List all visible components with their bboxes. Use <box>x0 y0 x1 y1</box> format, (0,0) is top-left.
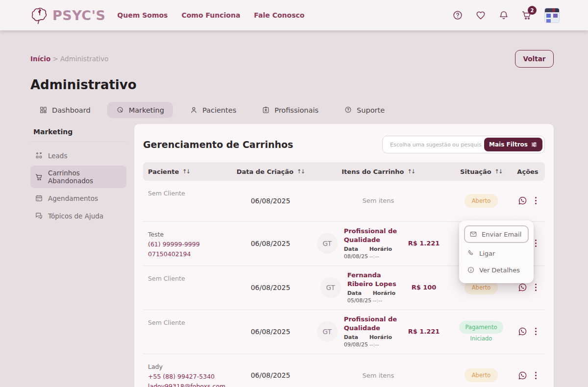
brand-logo[interactable]: PSYC'S <box>28 4 105 26</box>
help-icon[interactable] <box>452 10 463 21</box>
whatsapp-icon[interactable] <box>518 327 527 336</box>
whatsapp-icon[interactable] <box>518 371 527 380</box>
actions-cell <box>511 196 545 205</box>
filters-sliders-icon <box>531 141 538 148</box>
sort-icon[interactable]: ↑↓ <box>495 168 502 175</box>
sidebar-item-leads[interactable]: Leads <box>30 148 126 163</box>
client-contact: (61) 99999-9999 <box>148 240 236 249</box>
header-actions: 2 <box>452 8 560 23</box>
menu-item-ligar[interactable]: Ligar <box>464 245 529 262</box>
client-name: Lady <box>148 362 236 372</box>
table-row: Lady+55 (88) 99427-5340ladoy99318@foboxs… <box>143 354 545 387</box>
menu-item-ver-detalhes[interactable]: Ver Detalhes <box>464 262 529 278</box>
client-cell: Sem Cliente <box>143 315 236 328</box>
tab-label: Marketing <box>129 106 164 114</box>
client-name: Sem Cliente <box>148 189 236 198</box>
more-actions-icon[interactable] <box>534 371 538 380</box>
nav-link-quem-somos[interactable]: Quem Somos <box>117 11 168 19</box>
tab-dashboard[interactable]: Dashboard <box>30 102 99 118</box>
tab-label: Dashboard <box>52 106 91 114</box>
empty-items-label: Sem itens <box>363 197 394 204</box>
carts-panel: Gerenciamento de Carrinhos Mais Filtros … <box>134 124 554 387</box>
column-header-paciente: Paciente↑↓ <box>143 168 236 175</box>
breadcrumb: Início > Administrativo <box>30 55 108 63</box>
status-badge: Aberto <box>465 194 498 208</box>
tab-suporte[interactable]: Suporte <box>335 102 393 118</box>
creation-date-cell: 06/08/2025 <box>236 197 305 205</box>
column-header-acoes: Ações <box>511 168 545 175</box>
item-time-label: Horário <box>369 246 392 252</box>
breadcrumb-separator: > <box>52 55 58 63</box>
column-header-situacao: Situação↑↓ <box>452 168 511 175</box>
status-cell: Aberto <box>452 368 511 382</box>
cart-count-badge: 2 <box>528 6 537 15</box>
creation-date-cell: 06/08/2025 <box>236 371 305 379</box>
section-tabs: DashboardMarketingPacientesProfissionais… <box>30 102 554 118</box>
tab-label: Suporte <box>357 106 385 114</box>
whatsapp-icon[interactable] <box>518 283 527 292</box>
more-filters-button[interactable]: Mais Filtros <box>484 138 542 151</box>
creation-date-cell: 06/08/2025 <box>236 240 305 247</box>
sidebar-item-label: Leads <box>48 152 67 160</box>
menu-item-enviar-email[interactable]: Enviar Email <box>464 225 529 243</box>
nav-link-como-funciona[interactable]: Como Funciona <box>181 11 240 19</box>
more-actions-icon[interactable] <box>534 327 538 336</box>
sidebar-title: Marketing <box>30 126 126 142</box>
sidebar-item-label: Agendamentos <box>48 194 98 202</box>
item-time-label: Horário <box>369 334 392 340</box>
more-actions-icon[interactable] <box>534 239 538 248</box>
item-price: R$ 1.221 <box>408 328 440 335</box>
person-icon <box>190 106 198 114</box>
empty-items-label: Sem itens <box>363 372 394 379</box>
item-avatar: GT <box>317 321 338 342</box>
cart-icon[interactable]: 2 <box>521 10 532 21</box>
actions-cell <box>511 283 545 292</box>
table-body: Sem Cliente06/08/2025Sem itensAbertoTest… <box>143 181 545 387</box>
whatsapp-icon[interactable] <box>518 196 527 205</box>
sidebar-item-topicos-de-ajuda[interactable]: Tópicos de Ajuda <box>30 208 126 223</box>
sidebar-item-agendamentos[interactable]: Agendamentos <box>30 191 126 206</box>
email-icon <box>469 230 477 238</box>
sort-icon[interactable]: ↑↓ <box>407 168 415 175</box>
notifications-bell-icon[interactable] <box>498 10 509 21</box>
client-cell: Sem Cliente <box>143 271 236 284</box>
table-header: Paciente↑↓Data de Criação↑↓Itens do Carr… <box>143 162 545 181</box>
breadcrumb-home[interactable]: Início <box>30 55 50 63</box>
panel-title: Gerenciamento de Carrinhos <box>143 139 293 150</box>
more-actions-icon[interactable] <box>534 196 538 205</box>
more-actions-icon[interactable] <box>534 283 538 292</box>
tab-pacientes[interactable]: Pacientes <box>181 102 245 118</box>
status-cell: PagamentoIniciado <box>452 321 511 342</box>
sidebar: Marketing LeadsCarrinhos AbandonadosAgen… <box>30 124 126 223</box>
actions-cell <box>511 327 545 336</box>
profile-avatar[interactable] <box>544 8 560 23</box>
actions-cell <box>511 371 545 380</box>
sort-icon[interactable]: ↑↓ <box>182 168 190 175</box>
item-price: R$ 1.221 <box>408 240 440 247</box>
help-pin-icon <box>344 106 352 114</box>
column-header-itens-do-carrinho: Itens do Carrinho↑↓ <box>305 168 452 175</box>
sort-icon[interactable]: ↑↓ <box>297 168 304 175</box>
item-name: Fernanda Ribeiro Lopes <box>347 271 405 288</box>
item-avatar: GT <box>320 277 341 298</box>
calendar-icon <box>35 194 43 202</box>
sidebar-item-label: Tópicos de Ajuda <box>48 212 103 220</box>
creation-date-cell: 06/08/2025 <box>236 284 305 291</box>
menu-item-label: Ver Detalhes <box>479 266 520 274</box>
back-button[interactable]: Voltar <box>515 50 554 68</box>
tab-marketing[interactable]: Marketing <box>107 102 173 118</box>
phone-icon <box>467 249 475 257</box>
sidebar-item-carrinhos-abandonados[interactable]: Carrinhos Abandonados <box>30 166 126 188</box>
item-date-value: 08/08/25 <box>344 253 369 260</box>
cart-icon <box>35 173 43 181</box>
status-badge: Aberto <box>465 368 498 382</box>
dashboard-grid-icon <box>39 106 48 114</box>
tab-label: Profissionais <box>274 106 318 114</box>
id-badge-icon <box>262 106 270 114</box>
tab-profissionais[interactable]: Profissionais <box>253 102 327 118</box>
nav-link-fale-conosco[interactable]: Fale Conosco <box>254 11 304 19</box>
main-nav: Quem SomosComo FuncionaFale Conosco <box>117 11 304 19</box>
search-input[interactable] <box>388 142 484 148</box>
favorites-heart-icon[interactable] <box>475 10 486 21</box>
item-time-value: --:-- <box>369 253 379 260</box>
